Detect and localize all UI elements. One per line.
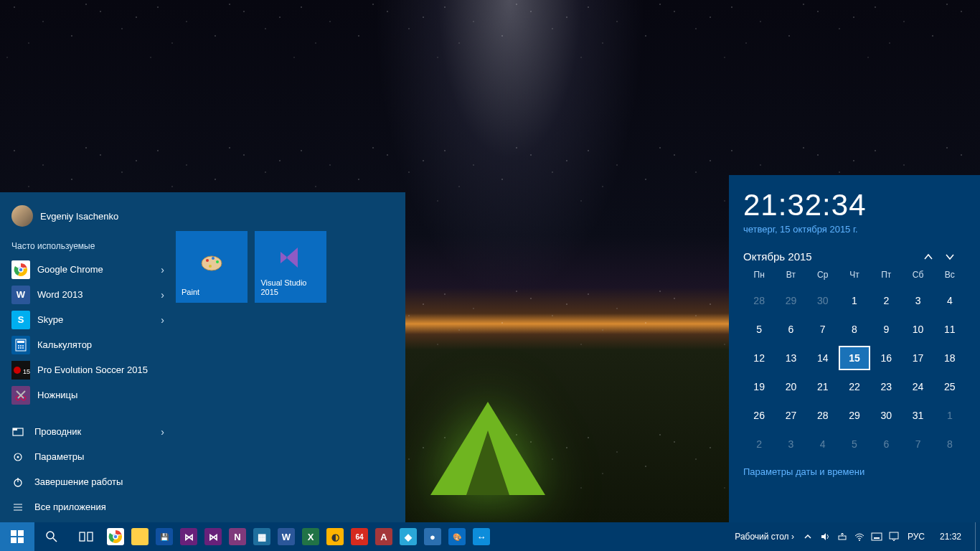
prev-month-button[interactable] bbox=[923, 251, 944, 263]
taskbar-app-access[interactable]: A bbox=[372, 522, 396, 551]
show-desktop-button[interactable] bbox=[975, 522, 980, 551]
taskbar-app-teamviewer[interactable]: ↔ bbox=[469, 522, 494, 551]
all-apps-item[interactable]: Все приложения bbox=[0, 494, 176, 519]
svg-point-5 bbox=[18, 345, 19, 347]
user-account-button[interactable]: Evgeniy Isachenko bbox=[0, 205, 176, 237]
calendar-day[interactable]: 30 bbox=[807, 288, 839, 313]
calendar-day[interactable]: 5 bbox=[743, 317, 775, 342]
taskbar-app-word[interactable]: W bbox=[274, 522, 298, 551]
wifi-icon[interactable] bbox=[852, 522, 867, 551]
calendar-day[interactable]: 1 bbox=[934, 403, 966, 428]
svg-point-29 bbox=[212, 257, 215, 260]
taskbar-app-visual-studio[interactable]: ⋈ bbox=[176, 522, 201, 551]
calendar-day[interactable]: 17 bbox=[902, 346, 933, 370]
keyboard-icon[interactable] bbox=[869, 522, 885, 551]
calendar-day[interactable]: 22 bbox=[839, 375, 870, 399]
calendar-day[interactable]: 2 bbox=[870, 288, 902, 313]
volume-icon[interactable] bbox=[817, 522, 833, 551]
app-item[interactable]: SSkype› bbox=[0, 307, 176, 332]
taskbar-app-app2[interactable]: ● bbox=[420, 522, 445, 551]
svg-rect-35 bbox=[18, 537, 24, 543]
calendar-day[interactable]: 2 bbox=[743, 432, 775, 456]
power-item[interactable]: Завершение работы bbox=[0, 469, 176, 494]
calendar-day[interactable]: 15 bbox=[839, 346, 870, 370]
app1-icon: ◆ bbox=[400, 528, 417, 545]
calendar-day[interactable]: 30 bbox=[870, 403, 902, 428]
tile-paint[interactable]: Paint bbox=[176, 231, 248, 303]
file-explorer-item[interactable]: Проводник › bbox=[0, 419, 176, 444]
calendar-day[interactable]: 27 bbox=[775, 403, 806, 428]
calendar-day[interactable]: 6 bbox=[775, 317, 806, 342]
app-item[interactable]: 15Pro Evolution Soccer 2015 bbox=[0, 357, 176, 382]
app-item[interactable]: Калькулятор bbox=[0, 332, 176, 357]
safely-remove-icon[interactable] bbox=[834, 522, 850, 551]
calendar-day[interactable]: 28 bbox=[743, 288, 775, 313]
search-button[interactable] bbox=[34, 522, 69, 551]
taskbar-app-app1[interactable]: ◆ bbox=[396, 522, 420, 551]
app-item[interactable]: Ножницы bbox=[0, 382, 176, 408]
taskbar-app-chrome[interactable] bbox=[103, 522, 128, 551]
calendar-day[interactable]: 11 bbox=[934, 317, 966, 342]
taskbar-app-file-explorer[interactable] bbox=[128, 522, 152, 551]
calendar-day[interactable]: 9 bbox=[870, 317, 902, 342]
taskbar-app-paint[interactable]: 🎨 bbox=[445, 522, 469, 551]
calendar-day[interactable]: 1 bbox=[839, 288, 870, 313]
month-year-label[interactable]: Октябрь 2015 bbox=[743, 250, 923, 263]
input-language-indicator[interactable]: РУС bbox=[903, 532, 929, 542]
tile-visual-studio[interactable]: Visual Studio 2015 bbox=[255, 231, 326, 303]
svg-point-42 bbox=[113, 534, 118, 539]
teamviewer-icon: ↔ bbox=[473, 528, 490, 545]
calendar-day[interactable]: 12 bbox=[743, 346, 775, 370]
calendar-day[interactable]: 31 bbox=[902, 403, 933, 428]
date-time-settings-link[interactable]: Параметры даты и времени bbox=[743, 466, 966, 477]
calendar-day[interactable]: 19 bbox=[743, 375, 775, 399]
next-month-button[interactable] bbox=[944, 251, 966, 263]
taskbar-app-excel[interactable]: X bbox=[298, 522, 323, 551]
svg-point-7 bbox=[22, 345, 24, 347]
calendar-day[interactable]: 18 bbox=[934, 346, 966, 370]
calendar-day[interactable]: 14 bbox=[807, 346, 839, 370]
taskbar-app-cleaner[interactable]: ◐ bbox=[323, 522, 347, 551]
chevron-right-icon: › bbox=[161, 426, 164, 438]
calendar-day[interactable]: 8 bbox=[839, 317, 870, 342]
calendar-day[interactable]: 7 bbox=[807, 317, 839, 342]
calendar-day[interactable]: 13 bbox=[775, 346, 806, 370]
calendar-day[interactable]: 24 bbox=[902, 375, 933, 399]
calendar-day[interactable]: 25 bbox=[934, 375, 966, 399]
calendar-day[interactable]: 3 bbox=[775, 432, 806, 456]
calendar-day[interactable]: 23 bbox=[870, 375, 902, 399]
app-item[interactable]: WWord 2013› bbox=[0, 282, 176, 307]
task-view-button[interactable] bbox=[69, 522, 103, 551]
taskbar-app-floppy[interactable]: 💾 bbox=[152, 522, 176, 551]
full-date-link[interactable]: четверг, 15 октября 2015 г. bbox=[743, 224, 966, 235]
start-button[interactable] bbox=[0, 522, 34, 551]
desktop-toolbar[interactable]: Рабочий стол › bbox=[730, 532, 798, 542]
calendar-day[interactable]: 29 bbox=[839, 403, 870, 428]
task-view-icon bbox=[79, 531, 93, 542]
calendar-day[interactable]: 8 bbox=[934, 432, 966, 456]
calendar-day[interactable]: 5 bbox=[839, 432, 870, 456]
calendar-day[interactable]: 6 bbox=[870, 432, 902, 456]
taskbar-app-onenote[interactable]: N bbox=[225, 522, 250, 551]
app-item[interactable]: Google Chrome› bbox=[0, 257, 176, 282]
taskbar-clock[interactable]: 21:32 bbox=[930, 532, 971, 542]
calendar-day[interactable]: 10 bbox=[902, 317, 933, 342]
taskbar-app-calculator[interactable]: ▦ bbox=[250, 522, 274, 551]
calendar-day[interactable]: 4 bbox=[934, 288, 966, 313]
calendar-day[interactable]: 28 bbox=[807, 403, 839, 428]
calendar-day[interactable]: 26 bbox=[743, 403, 775, 428]
action-center-icon[interactable] bbox=[886, 522, 902, 551]
calendar-day[interactable]: 16 bbox=[870, 346, 902, 370]
calendar-day[interactable]: 21 bbox=[807, 375, 839, 399]
calendar-day[interactable]: 4 bbox=[807, 432, 839, 456]
calendar-day[interactable]: 29 bbox=[775, 288, 806, 313]
settings-item[interactable]: Параметры bbox=[0, 444, 176, 469]
calendar-day[interactable]: 7 bbox=[902, 432, 933, 456]
calendar-day[interactable]: 20 bbox=[775, 375, 806, 399]
most-used-label: Часто используемые bbox=[0, 237, 176, 257]
svg-rect-43 bbox=[839, 536, 846, 540]
taskbar-app-visual-studio-blend[interactable]: ⋈ bbox=[201, 522, 225, 551]
taskbar-app-aida64[interactable]: 64 bbox=[347, 522, 372, 551]
tray-overflow-button[interactable] bbox=[800, 522, 816, 551]
calendar-day[interactable]: 3 bbox=[902, 288, 933, 313]
